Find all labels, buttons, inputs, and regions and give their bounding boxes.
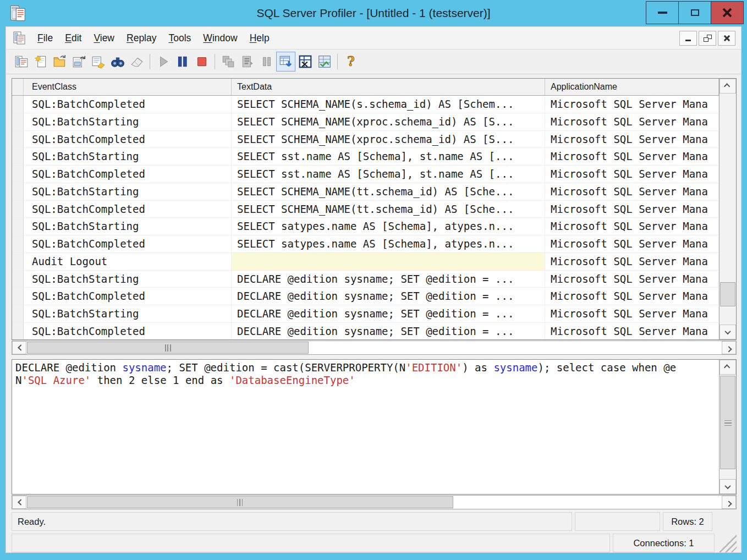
toolbar-stop-trace-button[interactable] bbox=[192, 52, 211, 72]
row-selector-cell[interactable] bbox=[12, 288, 24, 305]
mdi-minimize-button[interactable] bbox=[679, 31, 697, 46]
row-selector-cell[interactable] bbox=[12, 113, 24, 130]
applicationname-cell: Microsoft SQL Server Mana bbox=[545, 183, 719, 200]
column-header-eventclass[interactable]: EventClass bbox=[24, 79, 232, 95]
text-vertical-scroll-thumb[interactable] bbox=[720, 376, 735, 469]
text-horizontal-scrollbar[interactable] bbox=[12, 495, 737, 509]
applicationname-cell: Microsoft SQL Server Mana bbox=[545, 96, 719, 113]
title-bar[interactable]: SQL Server Profiler - [Untitled - 1 (tes… bbox=[0, 0, 747, 26]
row-selector-header bbox=[12, 79, 24, 95]
row-selector-cell[interactable] bbox=[12, 183, 24, 200]
trace-event-row[interactable]: SQL:BatchCompletedSELECT satypes.name AS… bbox=[12, 235, 719, 253]
row-selector-cell[interactable] bbox=[12, 235, 24, 252]
toggle-breakpoint-icon bbox=[260, 54, 274, 69]
menu-item-tools[interactable]: Tools bbox=[163, 30, 197, 46]
toolbar-clear-trace-button[interactable] bbox=[127, 52, 146, 72]
trace-event-row[interactable]: SQL:BatchCompletedSELECT SCHEMA_NAME(tt.… bbox=[12, 201, 719, 218]
mdi-close-button[interactable] bbox=[718, 31, 735, 46]
toolbar-start-replay-button[interactable] bbox=[153, 52, 173, 72]
grid-vertical-scrollbar[interactable] bbox=[719, 79, 736, 339]
toolbar-save-trace-button[interactable] bbox=[69, 52, 89, 72]
trace-event-row[interactable]: SQL:BatchCompletedDECLARE @edition sysna… bbox=[12, 323, 719, 339]
row-selector-cell[interactable] bbox=[12, 166, 24, 183]
row-selector-cell[interactable] bbox=[12, 253, 24, 270]
menu-item-file[interactable]: File bbox=[31, 30, 59, 46]
trace-event-row[interactable]: SQL:BatchStartingSELECT satypes.name AS … bbox=[12, 218, 719, 235]
menu-item-window[interactable]: Window bbox=[197, 30, 243, 46]
trace-event-row[interactable]: SQL:BatchCompletedSELECT sst.name AS [Sc… bbox=[12, 166, 719, 183]
grid-scroll-down-button[interactable] bbox=[719, 325, 736, 339]
mdi-restore-button[interactable] bbox=[699, 31, 716, 46]
chevron-down-icon bbox=[724, 482, 730, 488]
grid-scroll-right-button[interactable] bbox=[722, 341, 736, 354]
pane-splitter[interactable] bbox=[12, 355, 737, 359]
toolbar-help-button[interactable]: ? bbox=[341, 52, 360, 72]
toolbar-separator bbox=[215, 54, 215, 69]
trace-event-row[interactable]: SQL:BatchStartingSELECT SCHEMA_NAME(tt.s… bbox=[12, 183, 719, 201]
chevron-down-icon bbox=[724, 328, 730, 334]
status-panel-empty bbox=[12, 534, 610, 552]
row-selector-cell[interactable] bbox=[12, 131, 24, 148]
text-scroll-right-button[interactable] bbox=[722, 496, 736, 509]
toolbar-properties-button[interactable] bbox=[89, 52, 108, 72]
trace-event-row[interactable]: SQL:BatchCompletedSELECT SCHEMA_NAME(s.s… bbox=[12, 96, 719, 113]
toolbar-new-template-button[interactable] bbox=[31, 52, 50, 72]
toolbar-separator bbox=[337, 54, 338, 69]
text-scroll-down-button[interactable] bbox=[719, 479, 736, 494]
row-selector-cell[interactable] bbox=[12, 323, 24, 339]
grid-horizontal-scroll-thumb[interactable] bbox=[27, 342, 309, 354]
grid-vertical-scroll-thumb[interactable] bbox=[720, 282, 735, 306]
grid-scroll-up-button[interactable] bbox=[719, 79, 736, 94]
toolbar-auto-scroll-button[interactable] bbox=[276, 52, 295, 72]
toolbar-open-trace-button[interactable] bbox=[50, 52, 69, 72]
toolbar-find-in-grid-button[interactable] bbox=[315, 52, 334, 72]
toolbar-organize-columns-button[interactable] bbox=[295, 52, 315, 72]
toolbar-execute-step-button[interactable] bbox=[218, 52, 238, 72]
trace-event-row[interactable]: SQL:BatchStartingDECLARE @edition sysnam… bbox=[12, 271, 719, 288]
textdata-cell: SELECT SCHEMA_NAME(s.schema_id) AS [Sche… bbox=[232, 96, 545, 113]
grid-horizontal-scrollbar[interactable] bbox=[12, 341, 737, 355]
toolbar-pause-trace-button[interactable] bbox=[173, 52, 192, 72]
text-scroll-left-button[interactable] bbox=[12, 496, 26, 509]
trace-event-row[interactable]: SQL:BatchStartingDECLARE @edition sysnam… bbox=[12, 305, 719, 323]
minimize-button[interactable] bbox=[646, 1, 679, 24]
resize-grip[interactable] bbox=[716, 534, 737, 552]
menu-item-replay[interactable]: Replay bbox=[120, 30, 162, 46]
scroll-grip-icon bbox=[237, 499, 243, 506]
menu-item-view[interactable]: View bbox=[87, 30, 120, 46]
row-selector-cell[interactable] bbox=[12, 148, 24, 165]
close-button[interactable] bbox=[711, 1, 744, 24]
trace-event-row[interactable]: SQL:BatchStartingSELECT sst.name AS [Sch… bbox=[12, 148, 719, 166]
toolbar-new-trace-button[interactable] bbox=[12, 52, 31, 72]
toolbar-run-to-cursor-button[interactable] bbox=[238, 52, 257, 72]
sql-text-content[interactable]: DECLARE @edition sysname; SET @edition =… bbox=[12, 360, 719, 494]
applicationname-cell: Microsoft SQL Server Mana bbox=[545, 253, 719, 270]
trace-event-row[interactable]: SQL:BatchStartingSELECT SCHEMA_NAME(xpro… bbox=[12, 113, 719, 131]
trace-event-row[interactable]: SQL:BatchCompletedDECLARE @edition sysna… bbox=[12, 288, 719, 305]
column-header-applicationname[interactable]: ApplicationName bbox=[545, 79, 719, 95]
eventclass-cell: SQL:BatchCompleted bbox=[24, 323, 232, 339]
eventclass-cell: SQL:BatchCompleted bbox=[24, 235, 232, 252]
toolbar-find-button[interactable] bbox=[108, 52, 127, 72]
row-selector-cell[interactable] bbox=[12, 96, 24, 113]
menu-item-help[interactable]: Help bbox=[244, 30, 276, 46]
trace-event-row[interactable]: Audit LogoutMicrosoft SQL Server Mana bbox=[12, 253, 719, 271]
row-selector-cell[interactable] bbox=[12, 305, 24, 322]
applicationname-cell: Microsoft SQL Server Mana bbox=[545, 166, 719, 183]
row-selector-cell[interactable] bbox=[12, 201, 24, 218]
maximize-button[interactable] bbox=[678, 1, 711, 24]
grid-scroll-left-button[interactable] bbox=[12, 341, 26, 354]
new-trace-icon bbox=[14, 54, 29, 69]
row-selector-cell[interactable] bbox=[12, 218, 24, 235]
chevron-left-icon bbox=[18, 499, 24, 505]
status-bar-secondary: Connections: 1 bbox=[12, 534, 737, 552]
mdi-minimize-icon bbox=[685, 40, 691, 41]
text-horizontal-scroll-thumb[interactable] bbox=[27, 496, 453, 508]
text-pane-vertical-scrollbar[interactable] bbox=[719, 360, 736, 494]
toolbar-toggle-breakpoint-button[interactable] bbox=[257, 52, 276, 72]
column-header-textdata[interactable]: TextData bbox=[232, 79, 545, 95]
text-scroll-up-button[interactable] bbox=[719, 360, 736, 375]
row-selector-cell[interactable] bbox=[12, 271, 24, 288]
menu-item-edit[interactable]: Edit bbox=[59, 30, 87, 46]
trace-event-row[interactable]: SQL:BatchCompletedSELECT SCHEMA_NAME(xpr… bbox=[12, 131, 719, 149]
